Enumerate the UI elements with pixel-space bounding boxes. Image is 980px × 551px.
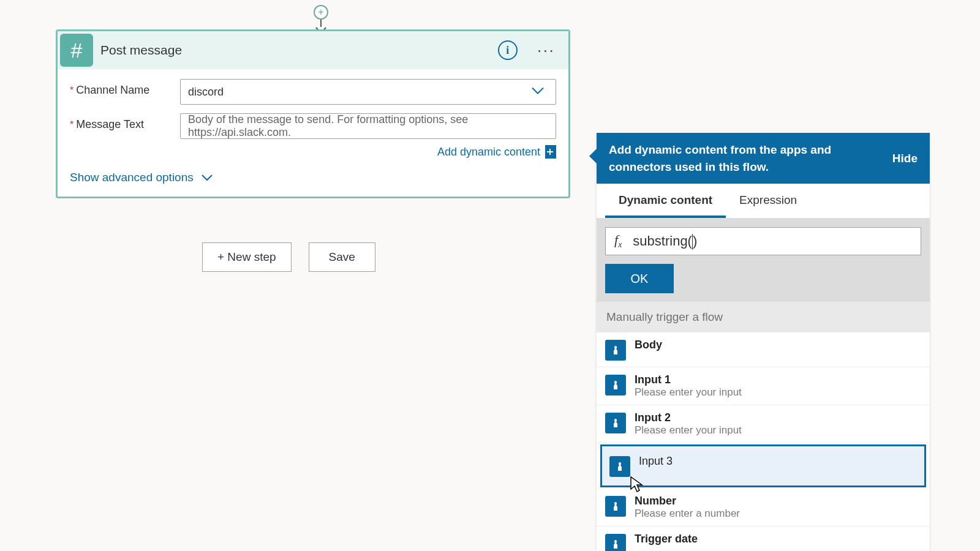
channel-name-value: discord — [188, 86, 224, 99]
card-header[interactable]: # Post message i ··· — [58, 31, 568, 69]
fx-icon: fx — [614, 232, 622, 250]
dc-item-text: Input 2Please enter your input — [635, 411, 742, 437]
dc-item-desc: Please enter your input — [635, 386, 742, 399]
dynamic-content-item[interactable]: Trigger date — [597, 527, 930, 551]
message-text-input[interactable]: Body of the message to send. For formatt… — [180, 113, 556, 139]
channel-name-label: Channel Name — [70, 79, 180, 97]
dc-item-text: Input 3 — [639, 455, 673, 468]
new-step-button[interactable]: + New step — [202, 242, 292, 272]
message-text-row: Message Text Body of the message to send… — [70, 113, 556, 139]
message-text-placeholder: Body of the message to send. For formatt… — [188, 113, 548, 139]
dc-item-title: Input 2 — [635, 411, 742, 424]
slack-hash-icon: # — [60, 34, 93, 67]
dc-item-desc: Please enter a number — [635, 508, 740, 520]
trigger-icon — [605, 413, 626, 433]
dynamic-content-item[interactable]: Input 3 — [600, 444, 926, 487]
panel-header-text: Add dynamic content from the apps and co… — [609, 141, 884, 175]
dc-item-title: Number — [635, 495, 740, 508]
post-message-card: # Post message i ··· Channel Name discor… — [56, 29, 570, 198]
add-dynamic-plus-icon[interactable] — [545, 145, 556, 159]
action-buttons: + New step Save — [202, 242, 375, 272]
card-title: Post message — [100, 43, 498, 58]
panel-header: Add dynamic content from the apps and co… — [597, 133, 930, 184]
chevron-down-icon — [531, 86, 545, 99]
dynamic-content-list: BodyInput 1Please enter your inputInput … — [597, 332, 930, 551]
dynamic-content-item[interactable]: NumberPlease enter a number — [597, 489, 930, 527]
dc-item-title: Trigger date — [635, 533, 698, 545]
message-text-label: Message Text — [70, 113, 180, 131]
channel-name-row: Channel Name discord — [70, 79, 556, 105]
dc-item-desc: Please enter your input — [635, 424, 742, 437]
expression-input[interactable]: fx substring() — [605, 227, 921, 255]
add-dynamic-content-link[interactable]: Add dynamic content — [437, 146, 540, 159]
connector-stem — [320, 20, 322, 27]
dc-item-text: Body — [635, 339, 662, 351]
trigger-icon — [605, 340, 626, 361]
dynamic-content-item[interactable]: Input 1Please enter your input — [597, 367, 930, 405]
panel-pointer-icon — [589, 149, 597, 163]
dynamic-content-item[interactable]: Input 2Please enter your input — [597, 405, 930, 443]
hide-panel-button[interactable]: Hide — [892, 152, 918, 165]
tab-dynamic-content[interactable]: Dynamic content — [605, 184, 726, 218]
tab-expression[interactable]: Expression — [726, 184, 810, 218]
channel-name-select[interactable]: discord — [180, 79, 556, 105]
add-step-icon[interactable]: + — [314, 5, 328, 20]
dc-item-text: Input 1Please enter your input — [635, 373, 742, 399]
chevron-down-icon — [201, 171, 213, 184]
dc-item-title: Input 1 — [635, 373, 742, 386]
dc-item-title: Input 3 — [639, 455, 673, 468]
dc-item-text: NumberPlease enter a number — [635, 495, 740, 520]
save-button[interactable]: Save — [309, 242, 375, 272]
dc-item-text: Trigger date — [635, 533, 698, 545]
ok-button[interactable]: OK — [605, 264, 674, 293]
show-advanced-options[interactable]: Show advanced options — [70, 171, 213, 184]
trigger-icon — [609, 456, 630, 477]
info-icon[interactable]: i — [498, 40, 518, 60]
trigger-icon — [605, 375, 626, 395]
expression-area: fx substring() OK — [597, 219, 930, 302]
panel-tabs: Dynamic content Expression — [597, 184, 930, 219]
more-icon[interactable]: ··· — [532, 38, 560, 62]
card-body: Channel Name discord Message Text Body o… — [58, 69, 568, 197]
trigger-icon — [605, 534, 626, 551]
dynamic-content-item[interactable]: Body — [597, 332, 930, 367]
dynamic-content-panel: Add dynamic content from the apps and co… — [597, 133, 930, 551]
add-dynamic-row: Add dynamic content — [70, 145, 556, 159]
trigger-icon — [605, 496, 626, 517]
dc-item-title: Body — [635, 339, 662, 351]
section-header: Manually trigger a flow — [597, 302, 930, 332]
show-advanced-label: Show advanced options — [70, 171, 194, 184]
expression-value: substring() — [633, 233, 912, 250]
